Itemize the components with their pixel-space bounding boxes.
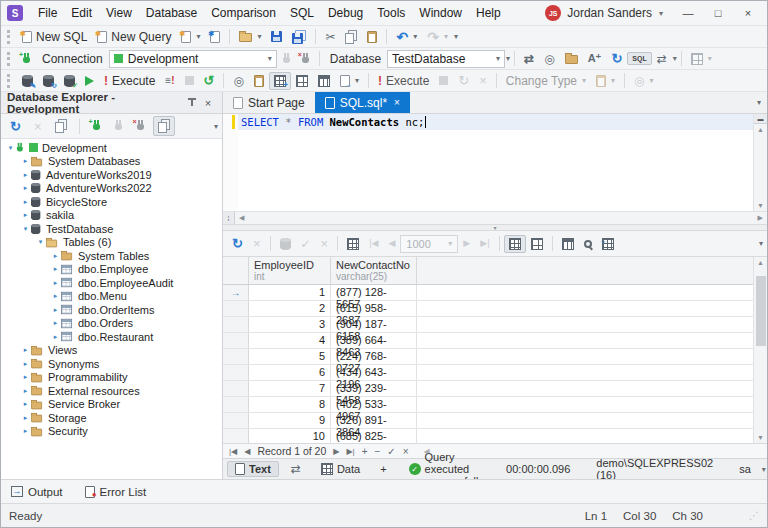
table-row[interactable]: 7(339) 239-5458 [223,381,753,397]
table-row[interactable]: 9(326) 891-3864 [223,413,753,429]
results-refresh-button[interactable]: ↻ [227,234,248,253]
grid-vertical-scrollbar[interactable]: ▲ ▼ [753,257,767,443]
menu-help[interactable]: Help [469,3,508,23]
tree-node-development[interactable]: ▾Development [1,141,222,155]
tree-node-service-broker[interactable]: ▸Service Broker [1,398,222,412]
row-selector[interactable] [223,349,249,364]
row-selector[interactable]: → [223,285,249,300]
last-page-button[interactable]: ▶| [475,236,494,251]
tree-node-system-tables[interactable]: ▸System Tables [1,249,222,263]
card-view-button[interactable] [526,235,548,253]
toolbar-drag-handle[interactable] [7,30,12,44]
export-results-button[interactable]: → ▾ [335,72,364,90]
disconnect-button[interactable] [277,50,296,68]
explorer-refresh-button[interactable]: ↻ [5,117,26,136]
new-query-button[interactable]: ✱ New Query [92,27,176,47]
results-overflow-icon[interactable]: ▾ [759,239,763,248]
menu-edit[interactable]: Edit [64,3,99,23]
goto-line-button[interactable]: ⇄ [519,50,539,68]
menu-window[interactable]: Window [412,3,469,23]
chevron-right-icon[interactable]: ▸ [20,400,31,408]
tree-node-adventureworks2019[interactable]: ▸AdventureWorks2019 [1,168,222,182]
table-row[interactable]: 6(434) 643-2196 [223,365,753,381]
chevron-right-icon[interactable]: ▸ [20,157,31,165]
close-results-button[interactable]: × [474,71,492,90]
row-selector[interactable] [223,397,249,412]
scroll-up-icon[interactable]: ▲ [757,257,764,268]
chevron-down-icon[interactable]: ▾ [35,238,46,246]
row-selector[interactable] [223,317,249,332]
chevron-right-icon[interactable]: ▸ [50,265,61,273]
add-view-button[interactable]: + [372,461,394,477]
scrollbar-thumb[interactable] [756,276,766,346]
tree-node-dbo-orders[interactable]: ▸dbo.Orders [1,317,222,331]
chevron-right-icon[interactable]: ▸ [50,333,61,341]
cell-employeeid[interactable]: 9 [249,413,331,428]
export-data-button[interactable]: → [597,235,619,253]
execute-script-button[interactable]: ≡! [160,73,179,89]
split-layout-button[interactable] [291,72,313,90]
record-last-button[interactable]: ▶| [346,447,354,456]
menu-comparison[interactable]: Comparison [204,3,283,23]
tree-node-system-databases[interactable]: ▸System Databases [1,155,222,169]
record-delete-button[interactable]: − [375,446,381,457]
table-row[interactable]: →1(877) 128-5657 [223,285,753,301]
cell-employeeid[interactable]: 3 [249,317,331,332]
login-dropdown-icon[interactable]: ▾ [762,465,766,474]
paste-button[interactable] [362,28,382,46]
prev-page-button[interactable]: ◀ [383,236,400,251]
toolbar-drag-handle[interactable] [7,74,12,88]
table-row[interactable]: 8(402) 533-4967 [223,397,753,413]
explorer-overflow-icon[interactable]: ▾ [214,122,218,131]
cell-employeeid[interactable]: 7 [249,381,331,396]
open-file-button[interactable]: ▾ [234,28,266,45]
cell-employeeid[interactable]: 8 [249,397,331,412]
chevron-right-icon[interactable]: ▸ [20,184,31,192]
swap-views-button[interactable]: ⇄ [283,461,309,477]
row-selector[interactable] [223,333,249,348]
cell-newcontactno[interactable]: (685) 825-8109 [331,429,417,443]
row-selector[interactable] [223,429,249,443]
discard-changes-button[interactable]: × [316,234,334,253]
toolbar-overflow-icon[interactable]: ▾ [673,54,677,63]
grid-view-button[interactable] [504,235,526,253]
window-layout-button[interactable]: ▾ [591,72,620,90]
cell-newcontactno[interactable]: (904) 187-6158 [331,317,417,332]
menu-database[interactable]: Database [139,3,204,23]
stop-button[interactable] [180,73,199,88]
edit-data-button[interactable]: ✎ [17,72,38,90]
save-button[interactable] [266,28,287,45]
chevron-right-icon[interactable]: ▸ [50,306,61,314]
toolbar-overflow-icon[interactable]: ▾ [454,32,458,41]
chevron-right-icon[interactable]: ▸ [50,319,61,327]
explorer-remove-connection-button[interactable]: × [131,117,150,135]
table-row[interactable]: 5(224) 768-0727 [223,349,753,365]
save-all-button[interactable] [287,27,311,47]
sql-editor[interactable]: SELECT * FROM NewContacts nc; ▬ ▲ ▼ [223,114,767,211]
layout-button[interactable]: ▾ [686,50,717,68]
login-name[interactable]: sa [733,463,757,475]
tree-node-views[interactable]: ▸Views [1,344,222,358]
column-header-employeeid[interactable]: EmployeeID int [249,257,331,284]
tab-text-view[interactable]: Text [227,461,279,477]
cell-newcontactno[interactable]: (402) 533-4967 [331,397,417,412]
chevron-down-icon[interactable]: ▾ [5,144,16,152]
row-selector[interactable] [223,413,249,428]
cut-button[interactable]: ✂ [320,28,340,46]
chevron-down-icon[interactable]: ▾ [20,225,31,233]
pagination-mode-button[interactable] [342,235,364,253]
tree-node-dbo-orderitems[interactable]: ▸dbo.OrderItems [1,303,222,317]
refresh-secondary-button[interactable]: ↻ [453,71,474,90]
cell-newcontactno[interactable]: (877) 128-5657 [331,285,417,300]
resize-grip[interactable]: ⋰ [749,510,759,521]
tree-node-dbo-employee[interactable]: ▸dbo.Employee [1,263,222,277]
tree-node-programmability[interactable]: ▸Programmability [1,371,222,385]
cell-employeeid[interactable]: 6 [249,365,331,380]
chevron-right-icon[interactable]: ▸ [20,373,31,381]
record-next-button[interactable]: ▶ [333,447,339,456]
chevron-right-icon[interactable]: ▸ [50,292,61,300]
tree-node-testdatabase[interactable]: ▾TestDatabase [1,222,222,236]
menu-debug[interactable]: Debug [321,3,370,23]
import-button[interactable] [249,72,269,90]
chevron-right-icon[interactable]: ▸ [20,211,31,219]
